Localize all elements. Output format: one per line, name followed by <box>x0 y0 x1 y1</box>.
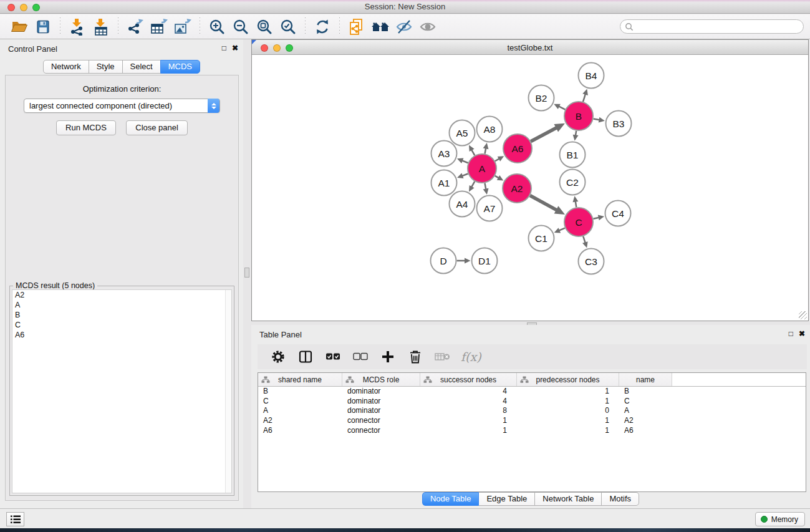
graph-node[interactable]: C4 <box>605 201 631 226</box>
import-network-icon[interactable] <box>65 16 89 37</box>
export-network-icon[interactable] <box>123 16 147 37</box>
graph-node[interactable]: A <box>468 154 496 183</box>
graph-node[interactable]: B4 <box>579 63 604 89</box>
zoom-selected-icon[interactable] <box>276 16 300 37</box>
graph-node[interactable]: A4 <box>450 191 475 217</box>
table-cell[interactable]: C <box>619 397 672 407</box>
mcds-result-item[interactable]: B <box>12 310 231 320</box>
graph-node[interactable]: D1 <box>472 248 498 274</box>
home-panels-icon[interactable] <box>369 16 392 37</box>
table-cell[interactable]: B <box>258 387 342 397</box>
graph-node[interactable]: A7 <box>477 196 503 221</box>
scrollbar-track[interactable] <box>225 290 231 493</box>
table-cell[interactable]: A2 <box>258 416 342 426</box>
table-cell[interactable]: A6 <box>619 426 672 436</box>
float-panel-icon[interactable]: □ <box>222 44 226 52</box>
mcds-result-item[interactable]: A2 <box>12 290 231 300</box>
table-row[interactable]: A2connector11A2 <box>258 416 806 426</box>
tab-mcds[interactable]: MCDS <box>160 60 200 74</box>
tab-select[interactable]: Select <box>122 60 161 74</box>
search-field[interactable] <box>620 19 804 34</box>
graph-node[interactable]: A6 <box>503 134 532 163</box>
table-cell[interactable]: B <box>619 387 672 397</box>
table-cell[interactable]: connector <box>342 416 420 426</box>
show-eye-icon[interactable] <box>416 16 440 37</box>
table-cell[interactable]: 1 <box>517 416 619 426</box>
refresh-layout-icon[interactable] <box>311 16 334 37</box>
graph-node[interactable]: B3 <box>606 111 632 137</box>
memory-button[interactable]: Memory <box>755 512 805 526</box>
vertical-divider-handle[interactable] <box>244 268 249 278</box>
graph-node[interactable]: A3 <box>432 141 457 167</box>
show-column-icon[interactable] <box>296 347 315 366</box>
graph-node[interactable]: A1 <box>432 170 457 196</box>
table-row[interactable]: Adominator80A <box>258 406 806 416</box>
table-cell[interactable]: dominator <box>342 406 420 416</box>
table-cell[interactable]: dominator <box>342 387 420 397</box>
new-network-from-selection-icon[interactable] <box>345 16 369 37</box>
task-history-button[interactable] <box>6 512 24 526</box>
mcds-result-item[interactable]: A <box>12 300 231 310</box>
hide-selected-eye-icon[interactable] <box>392 16 416 37</box>
table-cell[interactable]: connector <box>342 426 420 436</box>
graph-node[interactable]: C <box>564 208 593 236</box>
table-cell[interactable]: A6 <box>258 426 342 436</box>
import-table-icon[interactable] <box>89 16 113 37</box>
column-header[interactable]: name <box>619 373 672 386</box>
table-settings-gear-icon[interactable] <box>269 347 287 366</box>
criterion-dropdown[interactable]: largest connected component (directed) <box>24 99 220 113</box>
graph-node[interactable]: B2 <box>529 85 554 111</box>
zoom-in-icon[interactable] <box>205 16 229 37</box>
network-canvas[interactable]: AA1A2A3A4A5A6A7A8BB1B2B3B4CC1C2C3C4DD1 <box>252 55 808 321</box>
table-cell[interactable]: 4 <box>420 397 517 407</box>
graph-node[interactable]: B1 <box>560 142 586 168</box>
table-cell[interactable]: A <box>258 406 342 416</box>
column-header[interactable]: predecessor nodes <box>517 373 619 386</box>
table-cell[interactable]: 1 <box>517 397 619 407</box>
table-cell[interactable]: 1 <box>517 387 619 397</box>
table-cell[interactable]: A2 <box>619 416 672 426</box>
graph-node[interactable]: B <box>564 102 593 130</box>
table-cell[interactable]: A <box>619 406 672 416</box>
table-row[interactable]: Cdominator41C <box>258 397 806 407</box>
select-all-checks-icon[interactable] <box>324 347 342 366</box>
export-table-icon[interactable] <box>147 16 171 37</box>
resize-grip-icon[interactable] <box>799 311 807 319</box>
mcds-result-item[interactable]: A6 <box>12 330 231 340</box>
tab-network-table[interactable]: Network Table <box>534 492 602 506</box>
table-row[interactable]: A6connector11A6 <box>258 426 806 436</box>
tab-motifs[interactable]: Motifs <box>601 492 639 506</box>
float-panel-icon[interactable]: □ <box>789 329 793 338</box>
table-cell[interactable]: C <box>258 397 342 407</box>
zoom-fit-icon[interactable] <box>253 16 276 37</box>
close-panel-icon[interactable]: ✖ <box>799 329 805 338</box>
save-session-icon[interactable] <box>31 16 55 37</box>
tab-style[interactable]: Style <box>89 60 123 74</box>
delete-column-trash-icon[interactable] <box>406 347 425 366</box>
export-image-icon[interactable] <box>171 16 195 37</box>
add-column-icon[interactable] <box>378 347 397 366</box>
table-row[interactable]: Bdominator41B <box>258 387 806 397</box>
column-header[interactable]: shared name <box>258 373 342 386</box>
open-session-icon[interactable] <box>7 16 31 37</box>
tab-node-table[interactable]: Node Table <box>422 492 480 506</box>
close-panel-button[interactable]: Close panel <box>126 120 188 135</box>
zoom-out-icon[interactable] <box>229 16 253 37</box>
graph-node[interactable]: C2 <box>560 170 586 195</box>
close-panel-icon[interactable]: ✖ <box>232 44 238 52</box>
graph-node[interactable]: A2 <box>503 174 531 203</box>
table-cell[interactable]: dominator <box>342 397 420 407</box>
search-input[interactable] <box>634 21 803 32</box>
table-cell[interactable]: 0 <box>517 406 619 416</box>
graph-node[interactable]: A5 <box>450 120 475 146</box>
graph-node[interactable]: A8 <box>477 117 503 142</box>
table-cell[interactable]: 1 <box>420 426 517 436</box>
table-cell[interactable]: 1 <box>420 416 517 426</box>
tab-network[interactable]: Network <box>43 60 89 74</box>
mcds-result-item[interactable]: C <box>12 320 231 330</box>
graph-node[interactable]: C1 <box>529 226 554 251</box>
run-mcds-button[interactable]: Run MCDS <box>56 120 116 135</box>
column-header[interactable]: successor nodes <box>420 373 517 386</box>
deselect-all-checks-icon[interactable] <box>351 347 370 366</box>
table-cell[interactable]: 8 <box>420 406 517 416</box>
